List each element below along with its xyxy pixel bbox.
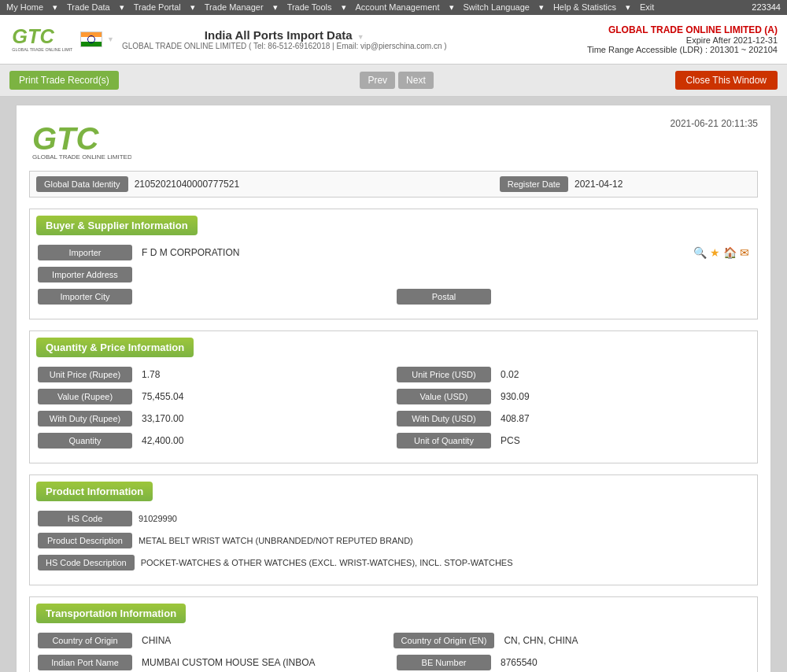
header-right-info: GLOBAL TRADE ONLINE LIMITED (A) Expire A… [587,24,778,54]
nav-trade-manager[interactable]: Trade Manager [205,2,264,13]
nav-help-statistics[interactable]: Help & Statistics [553,2,616,13]
star-icon[interactable]: ★ [710,246,720,259]
card-logo-svg: GTC GLOBAL TRADE ONLINE LIMITED [29,118,131,161]
unit-price-rupee-value: 1.78 [139,369,390,380]
toolbar-left: Print Trade Record(s) [9,71,119,90]
value-row: Value (Rupee) 75,455.04 Value (USD) 930.… [38,389,749,404]
importer-city-row: Importer City Postal [38,289,749,305]
nav-divider7: ▾ [539,2,544,13]
unit-price-usd-label: Unit Price (USD) [397,367,491,382]
nav-divider4: ▾ [273,2,278,13]
register-date-value: 2021-04-12 [575,179,751,190]
buyer-supplier-header: Buyer & Supplier Information [36,216,198,235]
flag-dropdown-arrow[interactable]: ▼ [107,35,114,43]
importer-label: Importer [38,245,132,260]
toolbar-right: Close This Window [675,71,778,90]
product-body: HS Code 91029990 Product Description MET… [30,508,757,585]
nav-trade-portal[interactable]: Trade Portal [134,2,181,13]
close-button-top[interactable]: Close This Window [675,71,778,90]
duty-row: With Duty (Rupee) 33,170.00 With Duty (U… [38,411,749,426]
top-toolbar: Print Trade Record(s) Prev Next Close Th… [0,65,787,97]
main-content: GTC GLOBAL TRADE ONLINE LIMITED 2021-06-… [0,97,787,672]
hs-code-row: HS Code 91029990 [38,511,749,526]
quantity-row: Quantity 42,400.00 Unit of Quantity PCS [38,433,749,449]
prev-button-top[interactable]: Prev [360,72,395,89]
country-origin-value: CHINA [139,635,387,646]
value-rupee-value: 75,455.04 [139,391,390,402]
nav-divider3: ▾ [190,2,195,13]
top-navigation-bar: My Home ▾ Trade Data ▾ Trade Portal ▾ Tr… [0,0,787,15]
indian-port-label: Indian Port Name [38,655,132,670]
with-duty-rupee-value: 33,170.00 [139,413,390,424]
page-header: GTC GLOBAL TRADE ONLINE LIMITED ▼ India … [0,15,787,65]
indian-port-value: MUMBAI CUSTOM HOUSE SEA (INBOA [139,657,390,668]
nav-switch-language[interactable]: Switch Language [464,2,530,13]
importer-row: Importer F D M CORPORATION 🔍 ★ 🏠 ✉ [38,245,749,260]
with-duty-usd-value: 408.87 [497,413,749,424]
global-data-identity-label: Global Data Identity [36,176,128,192]
header-title-area: India All Ports Import Data ▼ GLOBAL TRA… [122,28,447,50]
quantity-value: 42,400.00 [139,435,390,446]
be-number-value: 8765540 [497,657,749,668]
nav-divider: ▾ [53,2,57,13]
value-rupee-label: Value (Rupee) [38,389,132,404]
gtc-logo-svg: GTC GLOBAL TRADE ONLINE LIMITED [9,20,72,59]
postal-label: Postal [397,289,491,305]
with-duty-rupee-label: With Duty (Rupee) [38,411,132,426]
nav-divider8: ▾ [626,2,630,13]
nav-exit[interactable]: Exit [640,2,654,13]
unit-price-row: Unit Price (Rupee) 1.78 Unit Price (USD)… [38,367,749,382]
next-button-top[interactable]: Next [398,72,434,89]
home-icon[interactable]: 🏠 [723,246,737,259]
nav-account-management[interactable]: Account Management [356,2,440,13]
nav-my-home[interactable]: My Home [6,2,43,13]
page-title: India All Ports Import Data ▼ [122,28,447,42]
product-section: Product Information HS Code 91029990 Pro… [29,474,758,585]
importer-value: F D M CORPORATION [139,247,687,258]
svg-text:GTC: GTC [12,25,54,47]
toolbar-center: Prev Next [360,72,433,89]
nav-divider6: ▾ [449,2,454,13]
product-header: Product Information [36,482,153,501]
with-duty-usd-label: With Duty (USD) [397,411,491,426]
value-usd-value: 930.09 [497,391,749,402]
expire-label: Expire After 2021-12-31 [587,35,778,45]
unit-of-quantity-label: Unit of Quantity [397,433,491,449]
account-number: 223344 [752,2,781,13]
nav-trade-data[interactable]: Trade Data [67,2,110,13]
port-be-row: Indian Port Name MUMBAI CUSTOM HOUSE SEA… [38,655,749,670]
quantity-label: Quantity [38,433,132,449]
hs-code-desc-value: POCKET-WATCHES & OTHER WATCHES (EXCL. WR… [141,558,749,567]
svg-text:GLOBAL TRADE ONLINE LIMITED: GLOBAL TRADE ONLINE LIMITED [32,153,131,161]
print-button-top[interactable]: Print Trade Record(s) [9,71,119,90]
quantity-price-section: Quantity & Price Information Unit Price … [29,330,758,463]
transportation-body: Country of Origin CHINA Country of Origi… [30,630,757,672]
title-dropdown-icon[interactable]: ▼ [357,33,364,41]
mail-icon[interactable]: ✉ [740,246,749,259]
company-name-label: GLOBAL TRADE ONLINE LIMITED (A) [587,24,778,35]
unit-of-quantity-value: PCS [497,435,749,446]
flag-area: ▼ [80,31,114,47]
logo: GTC GLOBAL TRADE ONLINE LIMITED [9,20,72,59]
be-number-label: BE Number [397,655,491,670]
unit-price-usd-value: 0.02 [497,369,749,380]
importer-action-icons: 🔍 ★ 🏠 ✉ [693,246,749,259]
record-card: GTC GLOBAL TRADE ONLINE LIMITED 2021-06-… [16,105,771,672]
value-usd-label: Value (USD) [397,389,491,404]
buyer-supplier-body: Importer F D M CORPORATION 🔍 ★ 🏠 ✉ Impor… [30,242,757,319]
buyer-supplier-section: Buyer & Supplier Information Importer F … [29,209,758,319]
nav-divider5: ▾ [342,2,346,13]
nav-trade-tools[interactable]: Trade Tools [287,2,332,13]
country-origin-row: Country of Origin CHINA Country of Origi… [38,633,749,648]
transportation-section: Transportation Information Country of Or… [29,596,758,672]
nav-items: My Home ▾ Trade Data ▾ Trade Portal ▾ Tr… [6,2,654,13]
country-origin-label: Country of Origin [38,633,132,648]
hs-code-desc-row: HS Code Description POCKET-WATCHES & OTH… [38,555,749,570]
time-range-label: Time Range Accessible (LDR) : 201301 ~ 2… [587,45,778,54]
importer-address-row: Importer Address [38,267,749,282]
global-data-identity-value: 21052021040000777521 [135,179,311,190]
record-datetime: 2021-06-21 20:11:35 [671,118,758,129]
card-logo: GTC GLOBAL TRADE ONLINE LIMITED [29,118,131,161]
country-origin-en-value: CN, CHN, CHINA [501,635,749,646]
search-icon[interactable]: 🔍 [693,246,707,259]
